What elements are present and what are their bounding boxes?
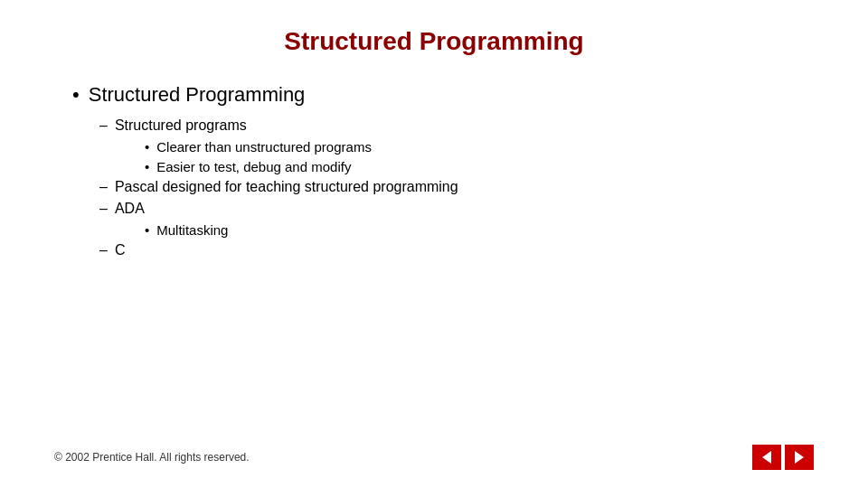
footer: © 2002 Prentice Hall. All rights reserve…	[54, 445, 814, 470]
level2-item-2: – Pascal designed for teaching structure…	[99, 179, 814, 195]
prev-button[interactable]	[752, 445, 781, 470]
prev-arrow-icon	[762, 451, 771, 464]
content: • Structured Programming – Structured pr…	[54, 83, 814, 258]
level2-label-3: ADA	[115, 201, 145, 217]
level3-label-1: Clearer than unstructured programs	[156, 139, 372, 155]
sub-bullet-icon-2: •	[145, 159, 149, 174]
level3-item-3: • Multitasking	[145, 222, 814, 238]
level2-section-1: – Structured programs • Clearer than uns…	[99, 117, 814, 174]
next-arrow-icon	[795, 451, 804, 464]
level3-label-2: Easier to test, debug and modify	[156, 159, 351, 174]
sub-bullet-icon-1: •	[145, 139, 149, 155]
slide: Structured Programming • Structured Prog…	[0, 0, 868, 488]
level1-item: • Structured Programming	[72, 83, 814, 107]
dash-icon-3: –	[99, 201, 108, 217]
level3-item-1: • Clearer than unstructured programs	[145, 139, 814, 155]
level2-item-4: – C	[99, 242, 814, 258]
next-button[interactable]	[785, 445, 814, 470]
level3-section-2: • Multitasking	[145, 222, 814, 238]
level2-section-2: – Pascal designed for teaching structure…	[99, 179, 814, 195]
level2-section-3: – ADA • Multitasking	[99, 201, 814, 238]
level3-section-1: • Clearer than unstructured programs • E…	[145, 139, 814, 174]
copyright-text: © 2002 Prentice Hall. All rights reserve…	[54, 451, 250, 464]
nav-buttons	[752, 445, 814, 470]
dash-icon-2: –	[99, 179, 108, 195]
level3-label-3: Multitasking	[156, 222, 228, 238]
level2-label-2: Pascal designed for teaching structured …	[115, 179, 458, 195]
sub-bullet-icon-3: •	[145, 222, 149, 238]
level2-label-4: C	[115, 242, 126, 258]
level2-section-4: – C	[99, 242, 814, 258]
bullet-icon: •	[72, 83, 80, 107]
slide-title: Structured Programming	[54, 27, 814, 56]
level2-item-1: – Structured programs	[99, 117, 814, 134]
dash-icon-1: –	[99, 117, 108, 134]
level2-label-1: Structured programs	[115, 117, 247, 134]
dash-icon-4: –	[99, 242, 108, 258]
level3-item-2: • Easier to test, debug and modify	[145, 159, 814, 174]
level1-section: • Structured Programming – Structured pr…	[72, 83, 814, 258]
level2-item-3: – ADA	[99, 201, 814, 217]
level1-label: Structured Programming	[89, 83, 306, 107]
